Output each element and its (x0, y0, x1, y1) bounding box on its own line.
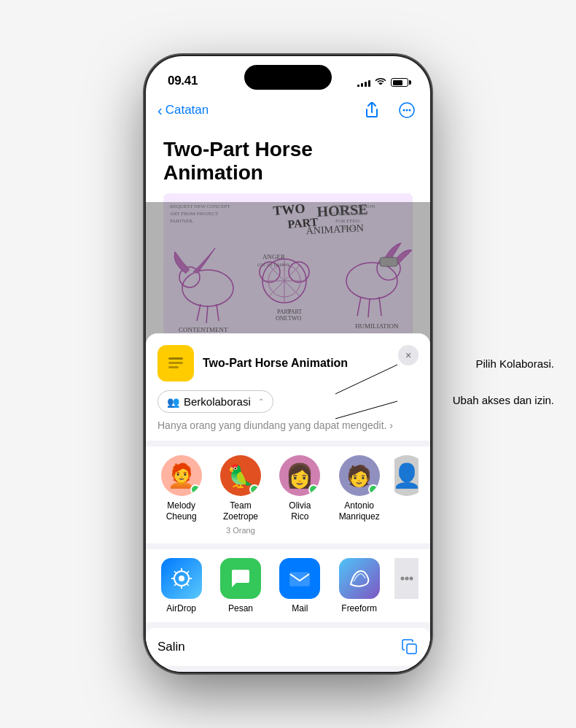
app-more[interactable] (394, 558, 419, 613)
svg-rect-47 (168, 366, 179, 368)
person-avatar-extra: 👤 (394, 455, 419, 496)
signal-icon (357, 78, 370, 87)
people-icon: 👥 (167, 396, 179, 408)
online-indicator (368, 484, 378, 495)
svg-rect-50 (290, 573, 309, 586)
person-extra: 👤 (394, 455, 419, 535)
battery-icon (391, 78, 408, 87)
app-share-row: AirDrop Pesan (146, 549, 430, 622)
nav-actions (360, 98, 419, 122)
app-label-messages: Pesan (228, 603, 253, 613)
app-mail[interactable]: Mail (276, 558, 324, 613)
svg-point-49 (179, 576, 184, 581)
more-button[interactable] (395, 98, 419, 122)
messages-icon (220, 558, 261, 599)
app-label-freeform: Freeform (341, 603, 377, 613)
person-name-zoetrope: Team Zoetrope (217, 500, 264, 522)
more-apps-icon (394, 558, 419, 599)
person-avatar-melody: 🧑‍🦰 (161, 455, 202, 496)
copy-button[interactable]: Salin (146, 628, 430, 666)
bottom-actions: Salin (146, 628, 430, 666)
app-airdrop[interactable]: AirDrop (157, 558, 205, 613)
share-header: Two-Part Horse Animation × 👥 Berkolabora… (146, 333, 430, 441)
person-count-zoetrope: 3 Orang (226, 526, 255, 535)
svg-rect-45 (168, 357, 183, 360)
share-button[interactable] (360, 98, 384, 122)
svg-point-3 (409, 109, 411, 112)
person-avatar-antonio: 🧑 (339, 455, 380, 496)
dynamic-island (244, 65, 332, 90)
note-title: Two-Part Horse Animation (163, 138, 413, 185)
person-name-olivia: OliviaRico (289, 500, 311, 522)
navigation-bar: ‹ Catatan (146, 94, 430, 126)
person-antonio[interactable]: 🧑 AntonioManriquez (335, 455, 383, 535)
copy-label: Salin (157, 640, 185, 654)
online-indicator (190, 484, 201, 495)
online-indicator (308, 484, 319, 495)
mail-icon (279, 558, 320, 599)
back-chevron-icon: ‹ (157, 102, 163, 119)
svg-rect-54 (407, 644, 416, 654)
freeform-icon (339, 558, 380, 599)
phone-frame: 09.41 ‹ Catata (146, 56, 430, 672)
person-olivia[interactable]: 👩 OliviaRico (276, 455, 324, 535)
collaboration-selector[interactable]: 👥 Berkolaborasi ⌃ (157, 390, 273, 413)
app-label-mail: Mail (292, 603, 308, 613)
back-label: Catatan (166, 103, 209, 117)
share-app-info: Two-Part Horse Animation × (157, 345, 419, 382)
share-title: Two-Part Horse Animation (203, 357, 348, 370)
svg-point-51 (400, 577, 404, 581)
annotation-access-text: Ubah akses dan izin. (453, 394, 554, 406)
person-name-melody: MelodyCheung (166, 500, 197, 522)
app-freeform[interactable]: Freeform (335, 558, 383, 613)
svg-rect-46 (168, 362, 183, 364)
svg-point-2 (406, 109, 408, 112)
online-indicator (249, 484, 260, 495)
airdrop-icon (161, 558, 202, 599)
access-text[interactable]: Hanya orang yang diundang yang dapat men… (157, 419, 419, 432)
status-icons (357, 77, 408, 88)
svg-point-52 (405, 577, 408, 581)
person-name-antonio: AntonioManriquez (339, 500, 380, 522)
close-icon: × (405, 349, 411, 361)
collab-label: Berkolaborasi (184, 395, 251, 408)
person-zoetrope[interactable]: 🦜 Team Zoetrope 3 Orang (217, 455, 264, 535)
person-melody[interactable]: 🧑‍🦰 MelodyCheung (157, 455, 205, 535)
share-sheet: Two-Part Horse Animation × 👥 Berkolabora… (146, 333, 430, 672)
wifi-icon (375, 77, 386, 88)
people-row: 🧑‍🦰 MelodyCheung 🦜 Team Zoetrope 3 Orang (146, 446, 430, 543)
back-button[interactable]: ‹ Catatan (157, 102, 209, 119)
status-time: 09.41 (168, 74, 198, 88)
app-label-airdrop: AirDrop (166, 603, 196, 613)
access-link[interactable]: › (389, 419, 393, 431)
share-close-button[interactable]: × (398, 345, 419, 365)
person-avatar-zoetrope: 🦜 (220, 455, 261, 496)
collab-chevron-icon: ⌃ (258, 398, 264, 406)
app-messages[interactable]: Pesan (217, 558, 264, 613)
annotation-collab-text: Pilih Kolaborasi. (475, 357, 554, 370)
share-sheet-overlay[interactable]: Two-Part Horse Animation × 👥 Berkolabora… (146, 202, 430, 672)
svg-point-53 (409, 577, 413, 581)
person-avatar-olivia: 👩 (279, 455, 320, 496)
share-app-left: Two-Part Horse Animation (157, 345, 348, 382)
notes-app-icon (157, 345, 194, 382)
copy-icon (401, 638, 419, 656)
svg-point-1 (403, 109, 405, 112)
